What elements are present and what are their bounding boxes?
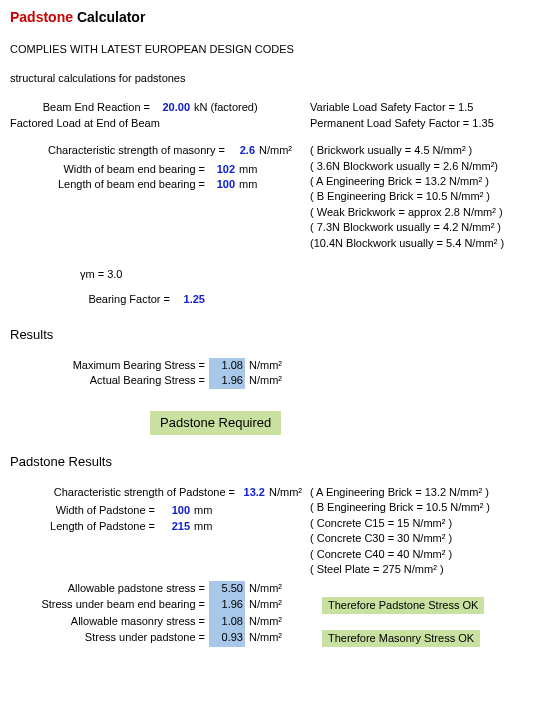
inputs-block: Beam End Reaction = 20.00 kN (factored) … bbox=[10, 100, 540, 131]
length-bearing-unit: mm bbox=[235, 177, 257, 192]
actual-bearing-value: 1.96 bbox=[209, 373, 245, 388]
max-bearing-label: Maximum Bearing Stress = bbox=[10, 358, 205, 373]
max-bearing-unit: N/mm² bbox=[245, 358, 282, 373]
stress-pad-label: Stress under padstone = bbox=[10, 630, 205, 647]
padstone-note: ( A Engineering Brick = 13.2 N/mm² ) bbox=[310, 485, 540, 500]
beam-end-reaction-unit: kN (factored) bbox=[190, 100, 258, 115]
verdict-box: Padstone Required bbox=[150, 411, 281, 435]
padstone-notes: ( A Engineering Brick = 13.2 N/mm² ) ( B… bbox=[310, 485, 540, 577]
masonry-note: ( Brickwork usually = 4.5 N/mm² ) bbox=[310, 143, 540, 158]
title-word1: Padstone bbox=[10, 9, 73, 25]
allow-pad-label: Allowable padstone stress = bbox=[10, 581, 205, 596]
pad-length-unit: mm bbox=[190, 519, 212, 534]
results-heading: Results bbox=[10, 326, 540, 344]
char-strength-label: Characteristic strength of masonry = bbox=[10, 143, 225, 158]
char-strength-unit: N/mm² bbox=[255, 143, 292, 158]
compliance-text: COMPLIES WITH LATEST EUROPEAN DESIGN COD… bbox=[10, 42, 540, 57]
factored-load-label: Factored Load at End of Beam bbox=[10, 116, 310, 131]
length-bearing-label: Length of beam end bearing = bbox=[10, 177, 205, 192]
pad-char-strength-unit: N/mm² bbox=[265, 485, 302, 500]
pad-length-label: Length of Padstone = bbox=[10, 519, 155, 534]
masonry-block: Characteristic strength of masonry = 2.6… bbox=[10, 143, 540, 251]
masonry-note: ( A Engineering Brick = 13.2 N/mm² ) bbox=[310, 174, 540, 189]
padstone-inputs: Characteristic strength of Padstone = 13… bbox=[10, 485, 540, 577]
stress-pad-unit: N/mm² bbox=[245, 630, 282, 647]
char-strength-value: 2.6 bbox=[225, 143, 255, 158]
allow-mas-label: Allowable masonry stress = bbox=[10, 614, 205, 629]
width-bearing-unit: mm bbox=[235, 162, 257, 177]
stress-beam-value: 1.96 bbox=[209, 597, 245, 614]
pad-length-value: 215 bbox=[155, 519, 190, 534]
masonry-notes: ( Brickwork usually = 4.5 N/mm² ) ( 3.6N… bbox=[310, 143, 540, 251]
gamma-label: γm = 3.0 bbox=[10, 267, 540, 282]
title-word2: Calculator bbox=[77, 9, 145, 25]
length-bearing-value: 100 bbox=[205, 177, 235, 192]
padstone-note: ( Concrete C15 = 15 N/mm² ) bbox=[310, 516, 540, 531]
beam-end-reaction-value: 20.00 bbox=[150, 100, 190, 115]
pad-width-unit: mm bbox=[190, 503, 212, 518]
variable-sf-text: Variable Load Safety Factor = 1.5 bbox=[310, 100, 540, 115]
actual-bearing-unit: N/mm² bbox=[245, 373, 282, 388]
verdict-padstone: Therefore Padstone Stress OK bbox=[322, 597, 484, 614]
padstone-note: ( Steel Plate = 275 N/mm² ) bbox=[310, 562, 540, 577]
masonry-note: ( Weak Brickwork = approx 2.8 N/mm² ) bbox=[310, 205, 540, 220]
actual-bearing-label: Actual Bearing Stress = bbox=[10, 373, 205, 388]
stress-beam-label: Stress under beam end bearing = bbox=[10, 597, 205, 614]
stress-beam-unit: N/mm² bbox=[245, 597, 282, 614]
pad-width-value: 100 bbox=[155, 503, 190, 518]
masonry-note: ( B Engineering Brick = 10.5 N/mm² ) bbox=[310, 189, 540, 204]
stress-pad-value: 0.93 bbox=[209, 630, 245, 647]
pad-char-strength-label: Characteristic strength of Padstone = bbox=[10, 485, 235, 500]
beam-end-reaction-label: Beam End Reaction = bbox=[10, 100, 150, 115]
allow-mas-value: 1.08 bbox=[209, 614, 245, 629]
allow-pad-unit: N/mm² bbox=[245, 581, 282, 596]
masonry-note: (10.4N Blockwork usually = 5.4 N/mm² ) bbox=[310, 236, 540, 251]
description-text: structural calculations for padstones bbox=[10, 71, 540, 86]
padstone-note: ( Concrete C30 = 30 N/mm² ) bbox=[310, 531, 540, 546]
width-bearing-value: 102 bbox=[205, 162, 235, 177]
max-bearing-value: 1.08 bbox=[209, 358, 245, 373]
pad-width-label: Width of Padstone = bbox=[10, 503, 155, 518]
bearing-factor-label: Bearing Factor = bbox=[10, 292, 170, 307]
masonry-note: ( 3.6N Blockwork usually = 2.6 N/mm²) bbox=[310, 159, 540, 174]
pad-char-strength-value: 13.2 bbox=[235, 485, 265, 500]
padstone-heading: Padstone Results bbox=[10, 453, 540, 471]
padstone-note: ( Concrete C40 = 40 N/mm² ) bbox=[310, 547, 540, 562]
masonry-note: ( 7.3N Blockwork usually = 4.2 N/mm² ) bbox=[310, 220, 540, 235]
permanent-sf-text: Permanent Load Safety Factor = 1.35 bbox=[310, 116, 540, 131]
padstone-note: ( B Engineering Brick = 10.5 N/mm² ) bbox=[310, 500, 540, 515]
verdict-masonry: Therefore Masonry Stress OK bbox=[322, 630, 480, 647]
allow-mas-unit: N/mm² bbox=[245, 614, 282, 629]
page-title: Padstone Calculator bbox=[10, 8, 540, 28]
allow-pad-value: 5.50 bbox=[209, 581, 245, 596]
width-bearing-label: Width of beam end bearing = bbox=[10, 162, 205, 177]
bearing-factor-value: 1.25 bbox=[170, 292, 205, 307]
